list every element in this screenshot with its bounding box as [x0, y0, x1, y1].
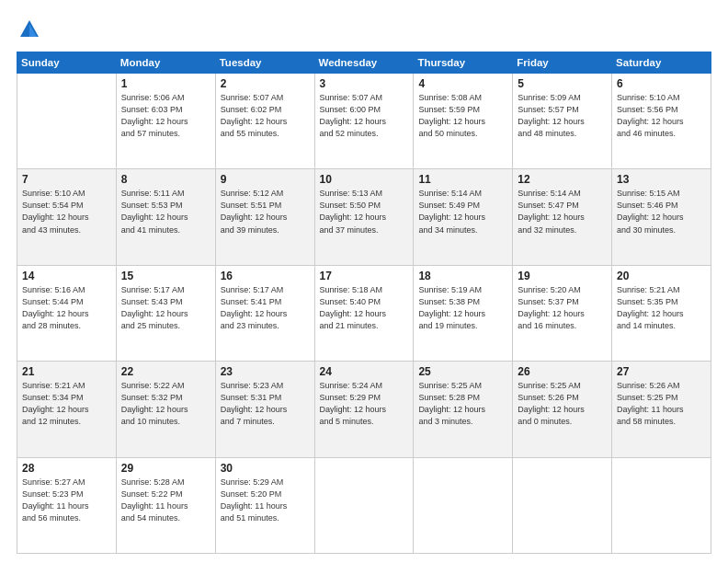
day-number: 7: [22, 173, 111, 186]
day-number: 3: [320, 77, 409, 90]
calendar-cell: 6Sunrise: 5:10 AMSunset: 5:56 PMDaylight…: [612, 74, 711, 169]
weekday-saturday: Saturday: [612, 52, 711, 74]
calendar-cell: 5Sunrise: 5:09 AMSunset: 5:57 PMDaylight…: [513, 74, 612, 169]
day-info: Sunrise: 5:13 AMSunset: 5:50 PMDaylight:…: [320, 188, 409, 236]
day-number: 1: [121, 77, 210, 90]
day-info: Sunrise: 5:08 AMSunset: 5:59 PMDaylight:…: [418, 92, 507, 140]
week-row-1: 7Sunrise: 5:10 AMSunset: 5:54 PMDaylight…: [17, 169, 711, 265]
day-number: 4: [418, 77, 507, 90]
calendar-cell: 10Sunrise: 5:13 AMSunset: 5:50 PMDayligh…: [314, 169, 414, 265]
week-row-0: 1Sunrise: 5:06 AMSunset: 6:03 PMDaylight…: [17, 74, 711, 169]
day-info: Sunrise: 5:07 AMSunset: 6:00 PMDaylight:…: [320, 92, 409, 140]
day-number: 14: [22, 270, 111, 282]
calendar-cell: [314, 457, 414, 553]
day-number: 17: [320, 270, 409, 282]
day-info: Sunrise: 5:10 AMSunset: 5:56 PMDaylight:…: [617, 92, 706, 140]
calendar-cell: 29Sunrise: 5:28 AMSunset: 5:22 PMDayligh…: [116, 457, 215, 553]
day-number: 12: [518, 173, 607, 186]
day-info: Sunrise: 5:09 AMSunset: 5:57 PMDaylight:…: [518, 92, 607, 140]
calendar-cell: 22Sunrise: 5:22 AMSunset: 5:32 PMDayligh…: [116, 362, 215, 457]
day-info: Sunrise: 5:14 AMSunset: 5:49 PMDaylight:…: [418, 188, 507, 236]
day-number: 18: [418, 270, 507, 282]
calendar-cell: 21Sunrise: 5:21 AMSunset: 5:34 PMDayligh…: [17, 362, 117, 457]
day-number: 27: [617, 365, 706, 378]
day-number: 10: [320, 173, 409, 186]
day-info: Sunrise: 5:15 AMSunset: 5:46 PMDaylight:…: [617, 188, 706, 236]
day-info: Sunrise: 5:19 AMSunset: 5:38 PMDaylight:…: [418, 284, 507, 332]
calendar-cell: 14Sunrise: 5:16 AMSunset: 5:44 PMDayligh…: [17, 265, 117, 361]
day-info: Sunrise: 5:10 AMSunset: 5:54 PMDaylight:…: [22, 188, 111, 236]
calendar-cell: 26Sunrise: 5:25 AMSunset: 5:26 PMDayligh…: [513, 362, 612, 457]
weekday-wednesday: Wednesday: [314, 52, 414, 74]
weekday-sunday: Sunday: [17, 52, 117, 74]
calendar-cell: 15Sunrise: 5:17 AMSunset: 5:43 PMDayligh…: [116, 265, 215, 361]
day-number: 21: [22, 365, 111, 378]
calendar-cell: 19Sunrise: 5:20 AMSunset: 5:37 PMDayligh…: [513, 265, 612, 361]
calendar-cell: 30Sunrise: 5:29 AMSunset: 5:20 PMDayligh…: [215, 457, 314, 553]
calendar-cell: 3Sunrise: 5:07 AMSunset: 6:00 PMDaylight…: [314, 74, 414, 169]
calendar-cell: 24Sunrise: 5:24 AMSunset: 5:29 PMDayligh…: [314, 362, 414, 457]
calendar-cell: 2Sunrise: 5:07 AMSunset: 6:02 PMDaylight…: [215, 74, 314, 169]
day-info: Sunrise: 5:17 AMSunset: 5:43 PMDaylight:…: [121, 284, 210, 332]
day-number: 20: [617, 270, 706, 282]
calendar-cell: 25Sunrise: 5:25 AMSunset: 5:28 PMDayligh…: [414, 362, 513, 457]
day-number: 30: [221, 462, 310, 475]
day-info: Sunrise: 5:21 AMSunset: 5:34 PMDaylight:…: [22, 380, 111, 428]
logo-icon: [17, 17, 42, 42]
calendar-cell: [414, 457, 513, 553]
day-info: Sunrise: 5:14 AMSunset: 5:47 PMDaylight:…: [518, 188, 607, 236]
day-info: Sunrise: 5:23 AMSunset: 5:31 PMDaylight:…: [221, 380, 310, 428]
calendar-cell: 27Sunrise: 5:26 AMSunset: 5:25 PMDayligh…: [612, 362, 711, 457]
day-number: 6: [617, 77, 706, 90]
day-info: Sunrise: 5:21 AMSunset: 5:35 PMDaylight:…: [617, 284, 706, 332]
day-number: 26: [518, 365, 607, 378]
day-info: Sunrise: 5:20 AMSunset: 5:37 PMDaylight:…: [518, 284, 607, 332]
calendar-cell: 16Sunrise: 5:17 AMSunset: 5:41 PMDayligh…: [215, 265, 314, 361]
day-info: Sunrise: 5:28 AMSunset: 5:22 PMDaylight:…: [121, 477, 210, 524]
calendar-cell: 9Sunrise: 5:12 AMSunset: 5:51 PMDaylight…: [215, 169, 314, 265]
calendar-cell: 7Sunrise: 5:10 AMSunset: 5:54 PMDaylight…: [17, 169, 117, 265]
calendar-cell: 28Sunrise: 5:27 AMSunset: 5:23 PMDayligh…: [17, 457, 117, 553]
calendar-cell: [612, 457, 711, 553]
day-info: Sunrise: 5:06 AMSunset: 6:03 PMDaylight:…: [121, 92, 210, 140]
day-info: Sunrise: 5:07 AMSunset: 6:02 PMDaylight:…: [221, 92, 310, 140]
day-info: Sunrise: 5:22 AMSunset: 5:32 PMDaylight:…: [121, 380, 210, 428]
day-number: 23: [221, 365, 310, 378]
day-info: Sunrise: 5:25 AMSunset: 5:26 PMDaylight:…: [518, 380, 607, 428]
header: [17, 17, 711, 42]
day-info: Sunrise: 5:18 AMSunset: 5:40 PMDaylight:…: [320, 284, 409, 332]
calendar-cell: 13Sunrise: 5:15 AMSunset: 5:46 PMDayligh…: [612, 169, 711, 265]
weekday-monday: Monday: [116, 52, 215, 74]
calendar-cell: [513, 457, 612, 553]
day-number: 22: [121, 365, 210, 378]
calendar-cell: 18Sunrise: 5:19 AMSunset: 5:38 PMDayligh…: [414, 265, 513, 361]
calendar-cell: 4Sunrise: 5:08 AMSunset: 5:59 PMDaylight…: [414, 74, 513, 169]
weekday-thursday: Thursday: [414, 52, 513, 74]
calendar-cell: 23Sunrise: 5:23 AMSunset: 5:31 PMDayligh…: [215, 362, 314, 457]
day-number: 16: [221, 270, 310, 282]
weekday-tuesday: Tuesday: [215, 52, 314, 74]
day-number: 29: [121, 462, 210, 475]
day-number: 28: [22, 462, 111, 475]
week-row-2: 14Sunrise: 5:16 AMSunset: 5:44 PMDayligh…: [17, 265, 711, 361]
day-info: Sunrise: 5:25 AMSunset: 5:28 PMDaylight:…: [418, 380, 507, 428]
day-number: 11: [418, 173, 507, 186]
day-info: Sunrise: 5:16 AMSunset: 5:44 PMDaylight:…: [22, 284, 111, 332]
calendar-cell: 17Sunrise: 5:18 AMSunset: 5:40 PMDayligh…: [314, 265, 414, 361]
day-number: 8: [121, 173, 210, 186]
day-info: Sunrise: 5:24 AMSunset: 5:29 PMDaylight:…: [320, 380, 409, 428]
weekday-friday: Friday: [513, 52, 612, 74]
calendar-cell: 8Sunrise: 5:11 AMSunset: 5:53 PMDaylight…: [116, 169, 215, 265]
calendar-cell: 20Sunrise: 5:21 AMSunset: 5:35 PMDayligh…: [612, 265, 711, 361]
day-number: 24: [320, 365, 409, 378]
page: SundayMondayTuesdayWednesdayThursdayFrid…: [0, 0, 728, 563]
day-info: Sunrise: 5:11 AMSunset: 5:53 PMDaylight:…: [121, 188, 210, 236]
day-info: Sunrise: 5:26 AMSunset: 5:25 PMDaylight:…: [617, 380, 706, 428]
day-number: 19: [518, 270, 607, 282]
day-number: 25: [418, 365, 507, 378]
calendar-cell: 11Sunrise: 5:14 AMSunset: 5:49 PMDayligh…: [414, 169, 513, 265]
calendar-cell: [17, 74, 117, 169]
day-info: Sunrise: 5:12 AMSunset: 5:51 PMDaylight:…: [221, 188, 310, 236]
week-row-3: 21Sunrise: 5:21 AMSunset: 5:34 PMDayligh…: [17, 362, 711, 457]
week-row-4: 28Sunrise: 5:27 AMSunset: 5:23 PMDayligh…: [17, 457, 711, 553]
